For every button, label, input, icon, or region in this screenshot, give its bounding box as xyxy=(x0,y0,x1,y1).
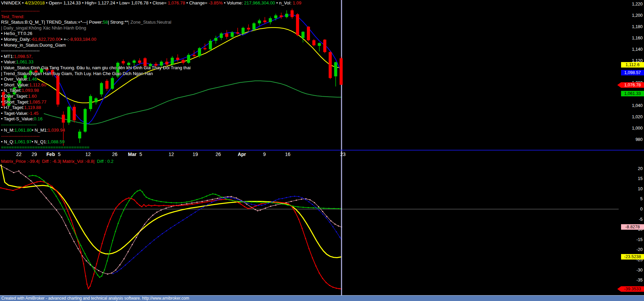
marker-diff-blue xyxy=(146,246,147,248)
marker-diff-green xyxy=(197,199,198,200)
marker-matrix-price-red xyxy=(44,181,45,182)
indicator-line-12: • Over_Value:1.46 xyxy=(1,76,190,82)
marker-matrix-price-red xyxy=(71,220,72,221)
marker-matrix-price-red xyxy=(240,203,241,204)
marker-diff-blue xyxy=(244,202,245,203)
candle-body xyxy=(247,28,250,29)
marker-diff-green xyxy=(126,205,127,206)
candle-body xyxy=(231,32,234,37)
marker-diff-green xyxy=(99,277,100,278)
marker-diff-green xyxy=(95,270,96,272)
marker-matrix-price-red xyxy=(90,286,91,287)
marker-diff-blue xyxy=(162,233,163,234)
indicator-line-13-seg-0: • Short_Value: xyxy=(1,82,29,87)
marker-diff-green xyxy=(191,201,193,202)
marker-matrix-price-red xyxy=(295,212,296,213)
candle-body xyxy=(236,32,239,33)
indicator-line-10: | Value_Status:Đinh Gia Tang Truong. Đâu… xyxy=(1,65,190,71)
marker-diff-blue xyxy=(178,222,179,223)
indicator-line-12-seg-0: • Over_Value: xyxy=(1,76,28,82)
marker-matrix-price-red xyxy=(244,206,245,207)
marker-matrix-price-red xyxy=(305,238,306,239)
marker-diff-blue xyxy=(265,204,266,205)
indicator-line-1-seg-0: Test_Trend: xyxy=(1,14,24,19)
status-text: Created with AmiBroker - advanced charti… xyxy=(1,296,189,301)
candle-body xyxy=(318,43,321,46)
title-seg-0: VNINDEX • xyxy=(1,0,25,5)
marker-diff-blue xyxy=(183,219,184,220)
indicator-line-2-seg-1: 58 xyxy=(103,20,108,25)
marker-diff-green xyxy=(64,210,65,211)
indicator-line-14-seg-1: 1,093.98 xyxy=(22,88,39,93)
oscillator-tag-text: -23.5238 xyxy=(621,254,644,260)
marker-diff-blue xyxy=(211,202,212,203)
marker-diff-green xyxy=(287,205,288,206)
marker-matrix-price-red xyxy=(336,288,337,289)
marker-matrix-vol-pink xyxy=(157,212,158,213)
marker-matrix-vol-pink xyxy=(132,244,133,245)
date-axis-label: 9 xyxy=(257,151,272,157)
marker-diff-blue xyxy=(113,273,114,274)
marker-matrix-price-red xyxy=(139,205,140,206)
marker-diff-green xyxy=(123,209,124,210)
marker-diff-blue xyxy=(305,199,306,200)
indicator-line-13-seg-1: 1,112.60 xyxy=(29,82,46,87)
indicator-line-18: • Taget-Value:-1.45 xyxy=(1,111,190,117)
candle-body xyxy=(323,40,326,52)
indicator-line-9-seg-1: 1,061.33 xyxy=(16,59,34,64)
marker-matrix-price-red xyxy=(64,203,65,204)
marker-diff-green xyxy=(134,193,135,194)
price-tag: 1,098.57 xyxy=(621,70,644,75)
marker-diff-blue xyxy=(315,207,317,208)
marker-diff-green xyxy=(140,190,141,191)
marker-matrix-price-red xyxy=(110,219,111,220)
marker-diff-green xyxy=(176,202,177,203)
marker-matrix-vol-pink xyxy=(265,208,266,209)
marker-diff-blue xyxy=(322,214,323,215)
indicator-line-11: | Trend_Status:Ngan Han Suy Giam, Tich L… xyxy=(1,71,190,77)
indicator-line-2-seg-0: RSI_Status:B:Q_M_T| TREND_Status:+*---| … xyxy=(1,20,103,25)
price-axis-label: 1,040 xyxy=(619,103,643,108)
marker-diff-blue xyxy=(333,226,334,227)
candle-body xyxy=(242,28,245,33)
marker-matrix-vol-pink xyxy=(74,241,75,242)
marker-matrix-price-red xyxy=(288,203,289,204)
date-axis-label: 5 xyxy=(52,151,67,157)
marker-matrix-price-red xyxy=(173,205,174,206)
marker-diff-green xyxy=(97,275,98,276)
marker-matrix-price-red xyxy=(221,199,222,200)
marker-matrix-price-red xyxy=(37,181,38,182)
candle-body xyxy=(252,23,256,29)
marker-matrix-price-red xyxy=(333,287,334,288)
marker-matrix-vol-pink xyxy=(166,208,167,209)
title-seg-5: -3.85% xyxy=(209,0,223,5)
indicator-line-5: • Money_Daily:-61,622,720.00• +-:-8,933,… xyxy=(1,37,190,43)
candle-body xyxy=(290,10,294,17)
candle-body xyxy=(339,58,343,85)
price-axis-label: 1,140 xyxy=(619,47,643,52)
indicator-line-5-seg-2: • +-: xyxy=(61,37,69,42)
marker-matrix-vol-pink xyxy=(275,205,276,206)
indicator-line-14: • N_Taget:1,093.98 xyxy=(1,88,190,94)
marker-matrix-price-red xyxy=(319,273,320,274)
marker-matrix-price-red xyxy=(261,203,262,204)
marker-diff-green xyxy=(232,200,233,201)
marker-diff-green xyxy=(85,253,86,254)
marker-diff-green xyxy=(142,191,143,192)
marker-diff-green xyxy=(171,202,172,203)
marker-matrix-price-red xyxy=(248,208,249,209)
marker-matrix-price-red xyxy=(315,265,317,266)
marker-matrix-vol-pink xyxy=(25,176,26,177)
marker-diff-green xyxy=(80,245,82,246)
marker-matrix-price-red xyxy=(80,251,82,252)
marker-matrix-price-red xyxy=(192,204,193,205)
marker-matrix-vol-pink xyxy=(255,209,256,210)
marker-diff-blue xyxy=(319,210,320,211)
price-axis-label: 1,200 xyxy=(619,13,643,18)
indicator-line-19-seg-1: 0.16 xyxy=(34,116,42,121)
marker-diff-blue xyxy=(302,197,303,198)
indicator-line-4-seg-0: • HeSo_TT:0.26 xyxy=(1,31,32,36)
oscillator-axis-label: 5 xyxy=(619,196,643,202)
indicator-line-23: • N_Q:1,061.97• N_Q1:1,088.59 xyxy=(1,139,190,145)
marker-diff-green xyxy=(104,269,105,270)
